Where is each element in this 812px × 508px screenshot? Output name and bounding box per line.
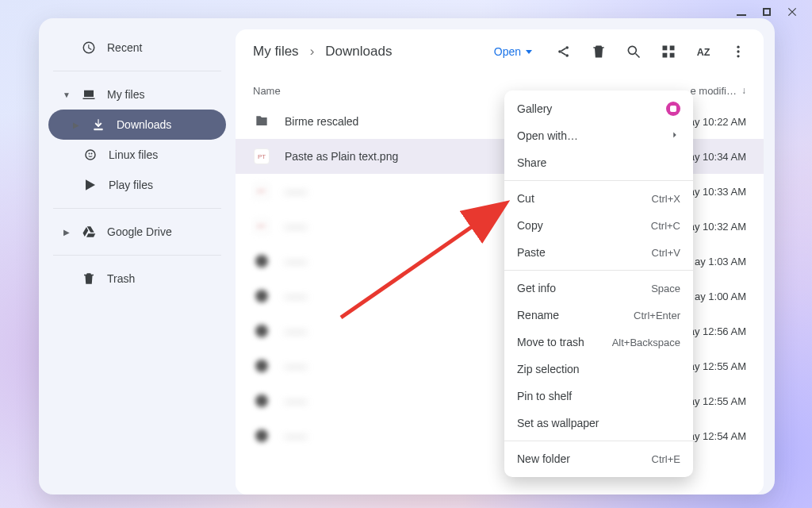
context-menu-label: Zip selection <box>517 363 680 375</box>
context-menu-item[interactable]: CutCtrl+X <box>504 185 693 212</box>
sidebar-item-trash[interactable]: Trash <box>48 264 226 294</box>
sidebar-item-label: Downloads <box>117 118 171 131</box>
context-menu-accel: Ctrl+E <box>652 453 680 465</box>
context-menu-accel: Ctrl+Enter <box>634 310 680 321</box>
sort-desc-icon: ↓ <box>741 85 746 96</box>
context-menu-label: Paste <box>517 246 652 259</box>
context-menu-accel: Alt+Backspace <box>612 337 680 348</box>
context-menu-accel: Ctrl+X <box>652 193 680 205</box>
close-button[interactable] <box>787 6 798 17</box>
chevron-right-icon: › <box>310 44 315 60</box>
context-menu-label: Open with… <box>517 129 669 142</box>
clock-icon <box>82 40 96 55</box>
linux-icon <box>83 148 98 162</box>
gallery-badge-icon <box>666 102 680 116</box>
file-icon <box>253 392 270 410</box>
laptop-icon <box>82 87 96 102</box>
context-menu-label: Rename <box>517 309 634 321</box>
toolbar: My files › Downloads Open AZ <box>236 29 764 77</box>
breadcrumb-root[interactable]: My files <box>253 44 299 60</box>
sort-icon[interactable]: AZ <box>695 44 711 60</box>
sidebar-item-label: Google Drive <box>107 225 172 238</box>
view-grid-icon[interactable] <box>661 44 676 60</box>
context-menu-item[interactable]: New folderCtrl+E <box>504 445 693 472</box>
sidebar-item-myfiles[interactable]: ▼ My files <box>48 79 226 110</box>
drive-icon <box>82 225 96 239</box>
context-menu-item[interactable]: Set as wallpaper <box>504 410 693 437</box>
context-menu-label: Copy <box>517 219 651 232</box>
svg-point-0 <box>86 150 95 160</box>
svg-point-13 <box>737 50 739 52</box>
context-menu-item[interactable]: PasteCtrl+V <box>504 239 693 266</box>
chevron-right-icon <box>669 129 680 143</box>
svg-point-2 <box>91 153 93 155</box>
context-menu-item[interactable]: RenameCtrl+Enter <box>504 302 693 329</box>
svg-point-6 <box>628 46 636 54</box>
sidebar: Recent ▼ My files ▶ Downloads Linux file… <box>39 18 236 495</box>
svg-rect-7 <box>663 46 668 51</box>
svg-text:AZ: AZ <box>697 47 710 58</box>
context-menu-label: Get info <box>517 282 651 294</box>
open-button-label: Open <box>494 45 521 58</box>
delete-icon[interactable] <box>591 44 607 60</box>
open-button[interactable]: Open <box>488 40 538 63</box>
svg-point-1 <box>89 153 90 155</box>
context-menu-item[interactable]: CopyCtrl+C <box>504 212 693 239</box>
svg-point-4 <box>565 46 569 49</box>
chevron-right-icon: ▶ <box>63 228 71 237</box>
context-menu-label: Move to trash <box>517 336 612 348</box>
caret-down-icon <box>526 50 532 54</box>
file-icon <box>253 287 270 305</box>
image-thumb-icon: PT <box>253 217 270 235</box>
file-icon <box>253 427 270 444</box>
play-icon <box>83 178 98 192</box>
breadcrumb-current: Downloads <box>325 44 392 60</box>
context-menu-label: Gallery <box>517 102 666 115</box>
sidebar-item-label: Play files <box>109 179 153 191</box>
context-menu-item[interactable]: Gallery <box>504 95 693 122</box>
folder-icon <box>253 113 270 130</box>
context-menu-accel: Ctrl+V <box>652 247 680 259</box>
chevron-down-icon: ▼ <box>63 90 71 99</box>
trash-icon <box>82 271 96 286</box>
context-menu-item[interactable]: Move to trashAlt+Backspace <box>504 329 693 356</box>
svg-point-14 <box>737 55 739 57</box>
window-controls <box>736 6 798 17</box>
image-thumb-icon: PT <box>253 148 270 165</box>
file-icon <box>253 357 270 375</box>
search-icon[interactable] <box>626 44 642 60</box>
sidebar-item-recent[interactable]: Recent <box>48 33 226 63</box>
context-menu-accel: Space <box>651 283 680 294</box>
image-thumb-icon: PT <box>253 183 270 200</box>
sidebar-item-downloads[interactable]: ▶ Downloads <box>48 110 226 140</box>
context-menu-label: Share <box>517 156 680 169</box>
context-menu-label: New folder <box>517 452 652 465</box>
svg-rect-9 <box>663 53 668 58</box>
sidebar-item-gdrive[interactable]: ▶ Google Drive <box>48 217 226 247</box>
context-menu-label: Pin to shelf <box>517 390 680 402</box>
svg-point-3 <box>558 50 561 53</box>
context-menu-accel: Ctrl+C <box>651 220 680 232</box>
file-icon <box>253 322 270 340</box>
svg-rect-10 <box>670 53 675 58</box>
minimize-button[interactable] <box>736 6 747 17</box>
context-menu-item[interactable]: Pin to shelf <box>504 383 693 410</box>
sidebar-item-label: Trash <box>107 272 135 285</box>
context-menu-item[interactable]: Open with… <box>504 122 693 149</box>
svg-rect-8 <box>670 46 675 51</box>
chevron-right-icon: ▶ <box>72 121 80 129</box>
context-menu-item[interactable]: Get infoSpace <box>504 275 693 302</box>
sidebar-item-label: My files <box>107 88 144 101</box>
context-menu-item[interactable]: Share <box>504 149 693 176</box>
sidebar-item-label: Recent <box>107 41 142 54</box>
toolbar-icons: AZ <box>556 44 746 60</box>
sidebar-item-linux[interactable]: Linux files <box>48 140 226 170</box>
more-icon[interactable] <box>730 44 746 60</box>
share-icon[interactable] <box>556 44 572 60</box>
maximize-button[interactable] <box>761 6 772 17</box>
context-menu-item[interactable]: Zip selection <box>504 356 693 383</box>
context-menu: GalleryOpen with…ShareCutCtrl+XCopyCtrl+… <box>504 90 693 477</box>
file-icon <box>253 252 270 270</box>
context-menu-label: Set as wallpaper <box>517 417 680 429</box>
sidebar-item-play[interactable]: Play files <box>48 170 226 200</box>
